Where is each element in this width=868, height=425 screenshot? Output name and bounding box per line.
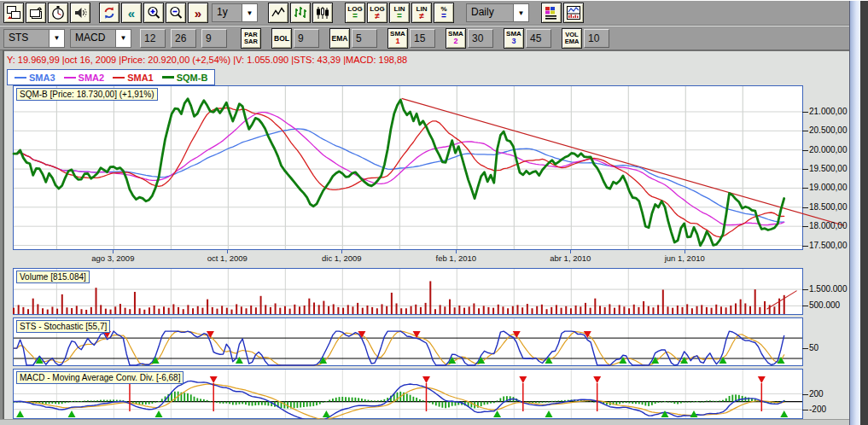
stopwatch-button[interactable] bbox=[48, 3, 68, 23]
indicator-dropdown[interactable]: STS ▼ bbox=[3, 29, 65, 48]
stopwatch-icon bbox=[50, 5, 66, 20]
volume-panel: Volume [815.084] bbox=[13, 268, 803, 315]
zoom-in-button[interactable] bbox=[143, 3, 164, 23]
sma2-period-input[interactable]: 30 bbox=[468, 29, 493, 48]
vertical-scrollbar[interactable] bbox=[849, 1, 861, 425]
stochastic-panel-label: STS - Stochastic [55,7] bbox=[16, 320, 110, 333]
indicator-toolbar: STS ▼ MACD ▼ 12 26 9 PAR SAR BOL 9 EMA 5… bbox=[0, 26, 849, 51]
lin-eq-button[interactable]: LIN= bbox=[389, 3, 410, 23]
y-axis-label: 50 bbox=[809, 343, 853, 352]
y-axis-label: 19.500,00 bbox=[809, 164, 853, 173]
macd-signal-input[interactable]: 9 bbox=[201, 29, 227, 48]
macd-panel-label: MACD - Moving Average Conv. Div. [-6,68] bbox=[16, 371, 184, 384]
y-axis-label: 20.500,00 bbox=[809, 125, 853, 135]
overlay-dropdown[interactable]: MACD ▼ bbox=[70, 29, 131, 48]
colors-button[interactable] bbox=[541, 3, 562, 23]
window-right-edge bbox=[860, 1, 868, 425]
zoom-in-icon bbox=[146, 5, 161, 20]
speaker-button[interactable] bbox=[70, 3, 90, 23]
sma3-digit: 3 bbox=[511, 38, 516, 45]
lin-neq-button[interactable]: LIN≠ bbox=[411, 3, 432, 23]
line-chart-button[interactable] bbox=[268, 3, 288, 23]
bars-chart-button[interactable] bbox=[290, 3, 311, 23]
bol-label: BOL bbox=[274, 34, 289, 43]
log-neq-button[interactable]: LOG≠ bbox=[367, 3, 387, 23]
sma1-digit: 1 bbox=[395, 38, 399, 45]
line-chart-icon bbox=[271, 5, 286, 20]
step-forward-icon: » bbox=[195, 7, 201, 20]
y-axis-label: 19.000,00 bbox=[809, 183, 853, 192]
speaker-icon bbox=[73, 5, 88, 20]
y-axis-label: 18.500,00 bbox=[809, 202, 853, 212]
chevron-down-icon: ▼ bbox=[513, 4, 528, 21]
interval-dropdown[interactable]: Daily ▼ bbox=[466, 3, 529, 22]
bars-chart-icon bbox=[293, 5, 308, 20]
bol-period-input[interactable]: 9 bbox=[294, 29, 319, 48]
zoom-out-button[interactable] bbox=[166, 3, 186, 23]
x-axis-label: oct 1, 2009 bbox=[207, 253, 248, 263]
refresh-button[interactable] bbox=[99, 3, 119, 23]
legend-label: SMA2 bbox=[79, 73, 105, 83]
windows-button[interactable] bbox=[3, 3, 24, 23]
macd-panel: MACD - Moving Average Conv. Div. [-6,68] bbox=[13, 369, 803, 419]
candles-chart-button[interactable] bbox=[312, 3, 333, 23]
x-axis-label: abr 1, 2010 bbox=[550, 253, 591, 263]
y-axis-label: 1.500.000 bbox=[809, 284, 853, 294]
y-axis-label: 500.000 bbox=[809, 300, 853, 310]
legend-label: SMA3 bbox=[29, 73, 55, 83]
price-chart-plot bbox=[14, 86, 802, 249]
percent-button[interactable]: %= bbox=[434, 3, 454, 23]
sma1-button[interactable]: SMA 1 bbox=[387, 28, 408, 49]
y-axis-label: -200 bbox=[809, 405, 853, 414]
ema-label: EMA bbox=[332, 34, 348, 43]
chevron-down-icon: ▼ bbox=[115, 30, 131, 47]
sma3-period-input[interactable]: 45 bbox=[526, 29, 551, 48]
ema-period-input[interactable]: 5 bbox=[352, 29, 377, 48]
volema-label-2: EMA bbox=[565, 38, 580, 45]
timeframe-dropdown[interactable]: 1y ▼ bbox=[212, 3, 258, 22]
panels-icon bbox=[566, 5, 581, 20]
legend-item-sma3: SMA3 bbox=[15, 73, 55, 83]
axis-tick-mark bbox=[802, 226, 808, 227]
axis-tick-mark bbox=[802, 394, 808, 395]
step-back-button[interactable]: « bbox=[121, 3, 142, 23]
axis-tick-mark bbox=[802, 289, 808, 290]
sma3-button[interactable]: SMA 3 bbox=[504, 28, 524, 49]
percent-button-sub: = bbox=[441, 12, 446, 20]
volema-period-input[interactable]: 10 bbox=[584, 29, 609, 48]
log-eq-button[interactable]: LOG= bbox=[345, 3, 365, 23]
legend-dash bbox=[15, 77, 26, 79]
pages-button[interactable] bbox=[26, 3, 46, 23]
x-axis-label: dic 1, 2009 bbox=[322, 253, 361, 263]
legend-dash bbox=[64, 77, 76, 79]
legend-item-sma1: SMA1 bbox=[113, 73, 154, 83]
macd-fast-input[interactable]: 12 bbox=[140, 29, 166, 48]
bol-button[interactable]: BOL bbox=[271, 28, 292, 49]
pages-icon bbox=[28, 5, 44, 20]
bottom-strip bbox=[0, 419, 849, 425]
crosshair-info-bar: Y: 19.969,99 |oct 16, 2009 |Price: 20.92… bbox=[7, 55, 407, 65]
sma1-period-input[interactable]: 15 bbox=[410, 29, 435, 48]
step-forward-button[interactable]: » bbox=[188, 3, 208, 23]
legend-label: SMA1 bbox=[127, 73, 154, 83]
y-axis-label: 20.000,00 bbox=[809, 145, 853, 154]
y-axis-label: 21.000,00 bbox=[809, 107, 853, 116]
axis-tick-mark bbox=[802, 131, 808, 131]
log-neq-button-sub: ≠ bbox=[375, 12, 380, 20]
volema-button[interactable]: VOL EMA bbox=[562, 28, 582, 49]
window-left-edge bbox=[0, 50, 4, 425]
x-axis-label: jun 1, 2010 bbox=[665, 253, 705, 263]
panels-button[interactable] bbox=[563, 3, 584, 23]
ema-button[interactable]: EMA bbox=[329, 28, 350, 49]
axis-tick-mark bbox=[802, 188, 808, 189]
axis-tick-mark bbox=[802, 150, 808, 151]
macd-slow-input[interactable]: 26 bbox=[171, 29, 196, 48]
parsar-button[interactable]: PAR SAR bbox=[241, 28, 261, 49]
sma2-button[interactable]: SMA 2 bbox=[446, 28, 466, 49]
y-axis-label: 17.500,00 bbox=[809, 241, 853, 250]
windows-icon bbox=[6, 5, 21, 20]
zoom-out-icon bbox=[168, 5, 184, 20]
candles-chart-icon bbox=[315, 5, 330, 20]
volume-plot bbox=[14, 269, 802, 314]
legend-dash bbox=[113, 77, 125, 79]
